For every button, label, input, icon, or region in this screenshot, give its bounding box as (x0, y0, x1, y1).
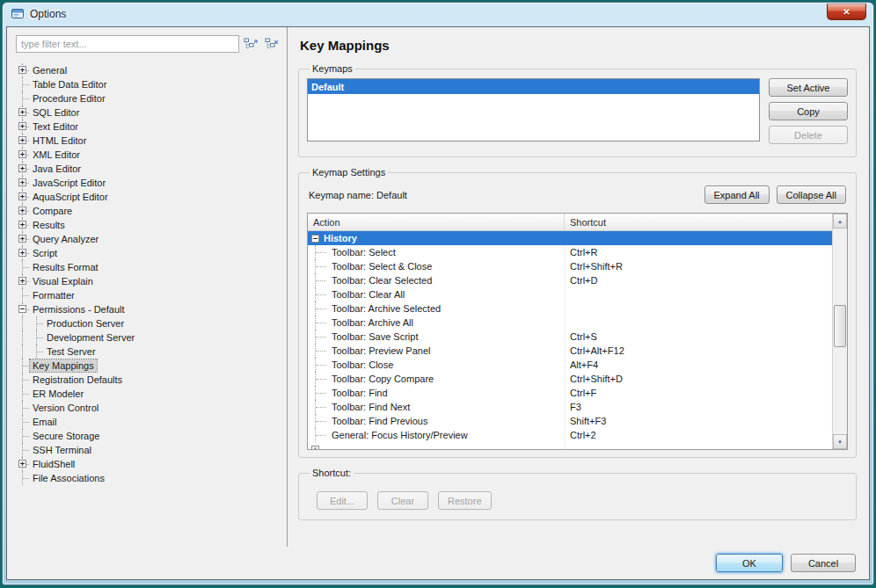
expand-icon[interactable]: + (18, 235, 26, 243)
expand-icon[interactable]: + (18, 136, 26, 144)
keymap-action-row-general-focus-history-preview[interactable]: General: Focus History/PreviewCtrl+2 (308, 428, 832, 442)
collapse-icon[interactable]: − (18, 305, 26, 313)
expand-all-tree-button[interactable] (241, 35, 260, 53)
action-label: Toolbar: Preview Panel (332, 345, 431, 356)
keymap-action-row-toolbar-find[interactable]: Toolbar: FindCtrl+F (308, 386, 832, 400)
tree-item-script[interactable]: +Script (16, 246, 281, 260)
keymap-action-row-toolbar-save-script[interactable]: Toolbar: Save ScriptCtrl+S (308, 330, 832, 344)
keymap-action-row-toolbar-clear-selected[interactable]: Toolbar: Clear SelectedCtrl+D (308, 273, 832, 287)
close-button[interactable]: ✕ (827, 4, 866, 20)
action-cell: Toolbar: Select (308, 245, 565, 259)
tree-item-test-server[interactable]: Test Server (16, 345, 281, 359)
tree-item-email[interactable]: Email (16, 415, 281, 429)
expand-icon[interactable]: + (18, 150, 26, 158)
clear-button[interactable]: Clear (377, 491, 428, 510)
tree-item-html-editor[interactable]: +HTML Editor (16, 134, 281, 148)
tree-item-compare[interactable]: +Compare (16, 204, 281, 218)
collapse-all-button[interactable]: Collapse All (777, 185, 846, 204)
expand-icon[interactable]: + (18, 277, 26, 285)
tree-item-results[interactable]: +Results (16, 218, 281, 232)
tree-item-secure-storage[interactable]: Secure Storage (16, 429, 281, 443)
expand-icon[interactable]: + (18, 164, 26, 172)
tree-connector (308, 245, 332, 259)
options-window: Options ✕ (2, 2, 874, 585)
expand-icon[interactable]: + (18, 207, 26, 214)
tree-item-key-mappings[interactable]: Key Mappings (16, 359, 281, 373)
tree-item-production-server[interactable]: Production Server (16, 316, 281, 330)
copy-button[interactable]: Copy (769, 102, 848, 120)
expand-icon[interactable]: + (18, 460, 26, 468)
tree-item-version-control[interactable]: Version Control (16, 401, 281, 415)
keymap-action-row-toolbar-select[interactable]: Toolbar: SelectCtrl+R (308, 245, 832, 259)
scrollbar-thumb[interactable] (834, 305, 846, 347)
set-active-button[interactable]: Set Active (769, 78, 848, 97)
keymap-action-row-toolbar-find-next[interactable]: Toolbar: Find NextF3 (308, 400, 832, 414)
expand-icon[interactable]: + (18, 192, 26, 200)
tree-item-development-server[interactable]: Development Server (16, 330, 281, 345)
tree-item-results-format[interactable]: Results Format (16, 260, 281, 274)
cancel-button[interactable]: Cancel (791, 554, 856, 572)
tree-item-xml-editor[interactable]: +XML Editor (16, 148, 281, 162)
expand-icon[interactable]: + (18, 249, 26, 257)
tree-connector (308, 301, 332, 316)
tree-item-query-analyzer[interactable]: +Query Analyzer (16, 232, 281, 246)
expand-icon[interactable]: + (311, 446, 319, 450)
tree-item-visual-explain[interactable]: +Visual Explain (16, 274, 281, 288)
restore-button[interactable]: Restore (438, 491, 492, 510)
expand-icon[interactable]: + (18, 221, 26, 229)
tree-item-er-modeler[interactable]: ER Modeler (16, 387, 281, 401)
expand-icon[interactable]: + (18, 108, 26, 116)
keymap-action-row-toolbar-archive-all[interactable]: Toolbar: Archive All (308, 316, 832, 330)
table-header[interactable]: Action Shortcut (308, 214, 832, 231)
tree-item-java-editor[interactable]: +Java Editor (16, 162, 281, 176)
keymap-action-row-toolbar-archive-selected[interactable]: Toolbar: Archive Selected (308, 301, 832, 316)
keymap-action-row-toolbar-select-close[interactable]: Toolbar: Select & CloseCtrl+Shift+R (308, 259, 832, 273)
tree-item-permissions-default[interactable]: −Permissions - Default (16, 302, 281, 316)
keymap-list-item[interactable]: Default (308, 79, 759, 94)
keymap-action-row-toolbar-find-previous[interactable]: Toolbar: Find PreviousShift+F3 (308, 414, 832, 428)
edit-button[interactable]: Edit... (317, 491, 368, 510)
action-label: Toolbar: Find Previous (332, 416, 427, 426)
tree-item-label: AquaScript Editor (30, 191, 111, 203)
dialog-footer: OK Cancel (7, 547, 869, 579)
tree-item-formatter[interactable]: Formatter (16, 288, 281, 302)
expand-icon[interactable]: + (18, 178, 26, 186)
keymap-action-row-toolbar-close[interactable]: Toolbar: CloseAlt+F4 (308, 358, 832, 372)
keymap-action-row-toolbar-preview-panel[interactable]: Toolbar: Preview PanelCtrl+Alt+F12 (308, 344, 832, 358)
delete-button[interactable]: Delete (769, 126, 848, 144)
scroll-down-button[interactable]: ▼ (833, 434, 847, 449)
tree-item-file-associations[interactable]: File Associations (16, 471, 281, 485)
keymap-action-row-toolbar-clear-all[interactable]: Toolbar: Clear All (308, 287, 832, 301)
tree-item-fluidshell[interactable]: +FluidShell (16, 457, 281, 471)
tree-connector: + (16, 246, 30, 260)
ok-button[interactable]: OK (716, 554, 783, 572)
tree-connector (308, 287, 332, 301)
tree-item-aquascript-editor[interactable]: +AquaScript Editor (16, 190, 281, 204)
key-mappings-panel: Key Mappings Keymaps Default Set Active … (288, 27, 869, 547)
tree-item-procedure-editor[interactable]: Procedure Editor (16, 91, 281, 105)
vertical-scrollbar[interactable]: ▲ ▼ (832, 214, 847, 449)
keymap-action-row-toolbar-copy-compare[interactable]: Toolbar: Copy CompareCtrl+Shift+D (308, 372, 832, 386)
tree-item-table-data-editor[interactable]: Table Data Editor (16, 77, 281, 91)
keymap-group-row-history[interactable]: −History (308, 231, 832, 245)
tree-item-label: Procedure Editor (30, 92, 108, 105)
shortcut-cell: Ctrl+F (565, 386, 832, 400)
tree-item-ssh-terminal[interactable]: SSH Terminal (16, 443, 281, 457)
titlebar[interactable]: Options ✕ (3, 3, 873, 25)
expand-icon[interactable]: + (18, 66, 26, 74)
tree-item-sql-editor[interactable]: +SQL Editor (16, 105, 281, 120)
tree-item-text-editor[interactable]: +Text Editor (16, 120, 281, 134)
column-header-shortcut[interactable]: Shortcut (565, 214, 832, 230)
collapse-icon[interactable]: − (311, 235, 319, 243)
scroll-up-button[interactable]: ▲ (833, 214, 847, 229)
column-header-action[interactable]: Action (308, 214, 565, 230)
tree-item-general[interactable]: +General (16, 63, 281, 77)
keymap-group-row-item[interactable]: + (308, 442, 832, 449)
expand-icon[interactable]: + (18, 122, 26, 130)
tree-item-registration-defaults[interactable]: Registration Defaults (16, 373, 281, 387)
keymap-list[interactable]: Default (307, 78, 760, 142)
filter-input[interactable] (16, 35, 239, 53)
expand-all-button[interactable]: Expand All (704, 185, 770, 204)
collapse-all-tree-button[interactable] (262, 35, 281, 53)
tree-item-javascript-editor[interactable]: +JavaScript Editor (16, 176, 281, 190)
